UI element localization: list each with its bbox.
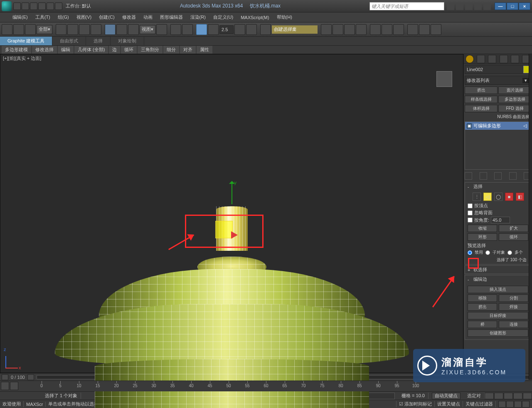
goto-start-icon[interactable]	[485, 393, 494, 399]
gizmo-y-axis[interactable]	[232, 182, 232, 204]
so-border-icon[interactable]: ◯	[494, 193, 502, 201]
selected-set-link[interactable]: 选定对	[464, 393, 485, 399]
select-scale-icon[interactable]	[128, 24, 139, 35]
rsub-props[interactable]: 属性	[197, 46, 212, 54]
btn-extrude-edge[interactable]: 挤出	[468, 303, 497, 311]
radio-preview-sub[interactable]	[485, 250, 490, 255]
next-frame-icon[interactable]	[513, 393, 522, 399]
stack-visibility-icon[interactable]: ◁	[523, 123, 529, 129]
angle-snap-value[interactable]: 2.5	[219, 25, 234, 34]
nav-orbit-icon[interactable]	[514, 401, 522, 408]
tab-graphite[interactable]: Graphite 建模工具	[0, 37, 52, 45]
radio-preview-off[interactable]	[468, 250, 472, 255]
mirror-icon[interactable]	[321, 24, 332, 35]
radio-preview-multi[interactable]	[507, 250, 512, 255]
rsub-modifysel[interactable]: 修改选择	[32, 46, 57, 54]
btn-weld[interactable]: 焊接	[499, 303, 528, 311]
infocenter-icon[interactable]	[447, 2, 454, 10]
nav-zoom-icon[interactable]	[506, 401, 514, 408]
so-polygon-icon[interactable]: ■	[505, 193, 513, 201]
rsub-tri[interactable]: 三角剖分	[138, 46, 163, 54]
btn-create-shape[interactable]: 创建图形	[468, 329, 528, 337]
modifier-stack[interactable]: ▣ 可编辑多边形 ◁	[465, 121, 531, 170]
btn-bridge[interactable]: 桥	[468, 321, 497, 328]
ruler-track[interactable]: 0510152025303540455055606570758085909510…	[42, 381, 532, 391]
tab-paint[interactable]: 对象绘制	[111, 37, 144, 45]
qat-project-icon[interactable]	[55, 2, 62, 10]
rect-region-icon[interactable]	[79, 24, 90, 35]
btn-loop[interactable]: 循环	[499, 233, 528, 241]
help-search-input[interactable]	[369, 2, 444, 10]
key-filters-button[interactable]: 关键点过滤器	[463, 401, 496, 407]
rendered-frame-icon[interactable]	[419, 24, 430, 35]
tab-motion-icon[interactable]	[500, 55, 508, 63]
btn-ffd-select[interactable]: FFD 选择	[498, 105, 531, 112]
exchange-icon[interactable]	[465, 2, 473, 10]
nav-maximize-icon[interactable]	[522, 401, 530, 408]
menu-help[interactable]: 帮助(H)	[277, 14, 292, 20]
select-object-icon[interactable]	[56, 24, 66, 35]
tab-freeform[interactable]: 自由形式	[52, 37, 86, 45]
schematic-view-icon[interactable]	[382, 24, 392, 35]
minimize-button[interactable]: —	[495, 2, 506, 10]
render-icon[interactable]	[431, 24, 441, 35]
window-crossing-icon[interactable]	[91, 24, 101, 35]
pin-stack-icon[interactable]	[465, 172, 472, 180]
nurbs-surf-select-label[interactable]: NURBS 曲面选择	[464, 113, 532, 121]
btn-connect[interactable]: 连接	[499, 321, 528, 328]
select-move-icon[interactable]	[105, 24, 116, 35]
object-name-field[interactable]: Line002	[465, 65, 531, 74]
qat-redo-icon[interactable]	[47, 2, 54, 10]
menu-edit[interactable]: 编辑(E)	[12, 14, 28, 20]
command-panel-scrollbar[interactable]	[529, 54, 532, 380]
timeslider-next-icon[interactable]	[27, 374, 34, 380]
goto-end-icon[interactable]	[523, 393, 532, 399]
workspace-label[interactable]: 工作台: 默认	[66, 3, 91, 9]
rsub-loop[interactable]: 循环	[121, 46, 137, 54]
stack-expand-icon[interactable]: ▣	[467, 124, 472, 129]
menu-views[interactable]: 视图(V)	[76, 14, 92, 20]
maximize-button[interactable]: □	[507, 2, 518, 10]
qat-new-icon[interactable]	[13, 2, 21, 10]
unlink-icon[interactable]	[13, 24, 24, 35]
qat-save-icon[interactable]	[30, 2, 37, 10]
nav-pan-icon[interactable]	[498, 401, 506, 408]
tab-display-icon[interactable]	[511, 55, 519, 63]
maxscript-label[interactable]: MAXScr	[24, 402, 46, 407]
keyboard-shortcut-icon[interactable]	[182, 24, 193, 35]
named-selection-dropdown[interactable]: 创建选择集	[272, 25, 318, 34]
btn-remove[interactable]: 移除	[468, 294, 497, 302]
set-key-button[interactable]: 设置关键点	[437, 401, 460, 407]
favorites-icon[interactable]	[474, 2, 482, 10]
remove-modifier-icon[interactable]	[509, 172, 517, 180]
trackbar-key-icon[interactable]	[10, 382, 18, 390]
subscription-icon[interactable]	[456, 2, 463, 10]
rsub-geomall[interactable]: 几何体 (全部)	[74, 46, 108, 54]
chk-ignore-back[interactable]	[468, 210, 473, 215]
btn-face-select[interactable]: 面片选择	[498, 87, 531, 94]
bind-spacewarp-icon[interactable]	[25, 24, 36, 35]
layers-icon[interactable]	[344, 24, 355, 35]
trackbar-curve-icon[interactable]	[1, 382, 9, 390]
prev-frame-icon[interactable]	[494, 393, 503, 399]
btn-target-weld[interactable]: 目标焊接	[468, 312, 528, 319]
select-by-name-icon[interactable]	[67, 24, 78, 35]
menu-render[interactable]: 渲染(R)	[190, 14, 206, 20]
stack-item-editable-poly[interactable]: ▣ 可编辑多边形 ◁	[465, 122, 531, 130]
curve-editor-icon[interactable]	[370, 24, 381, 35]
help-icon[interactable]	[483, 2, 491, 10]
snap-toggle-icon[interactable]	[196, 24, 207, 35]
select-rotate-icon[interactable]	[116, 24, 127, 35]
qat-undo-icon[interactable]	[38, 2, 46, 10]
so-edge-icon[interactable]: ◁	[483, 193, 492, 201]
menu-modifiers[interactable]: 修改器	[122, 14, 136, 20]
rsub-subdiv[interactable]: 细分	[163, 46, 179, 54]
btn-insert-vertex[interactable]: 插入顶点	[468, 286, 528, 293]
rsub-edge[interactable]: 边	[109, 46, 120, 54]
chk-by-angle[interactable]	[468, 218, 473, 223]
render-setup-icon[interactable]	[407, 24, 418, 35]
menu-group[interactable]: 组(G)	[58, 14, 69, 20]
tab-create-icon[interactable]	[466, 55, 474, 63]
tab-modify-icon[interactable]	[477, 55, 485, 63]
viewport-label[interactable]: [+][前][真实 + 边面]	[3, 55, 41, 62]
